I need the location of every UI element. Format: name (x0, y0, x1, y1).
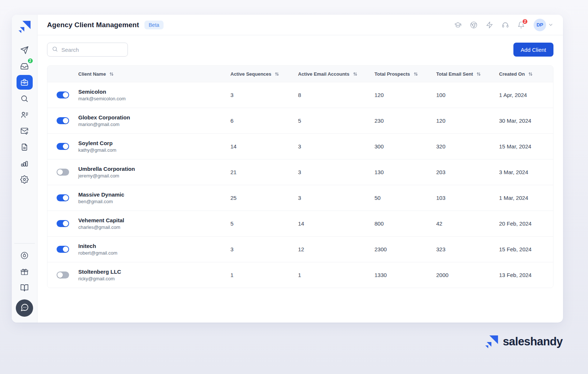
sort-icon (476, 72, 481, 76)
client-name[interactable]: Initech (78, 243, 230, 249)
client-email: ben@gmail.com (78, 199, 230, 204)
gift-icon (20, 267, 29, 276)
client-email: marion@gmail.com (78, 122, 230, 127)
table-row: Initech robert@gmail.com 3 12 2300 323 1… (47, 236, 553, 262)
active-sequences-value: 1 (230, 272, 298, 278)
client-name[interactable]: Massive Dynamic (78, 191, 230, 198)
saleshandy-logo-icon (18, 21, 31, 33)
table-row: Vehement Capital charles@gmail.com 5 14 … (47, 211, 553, 236)
sidebar-item-search[interactable] (17, 91, 33, 106)
chat-icon (20, 303, 29, 313)
sidebar-item-gift[interactable] (17, 264, 33, 279)
column-header-1[interactable]: Active Sequences (230, 71, 298, 77)
sidebar-item-inbox[interactable]: 2 (17, 59, 33, 73)
contacts-icon (20, 111, 29, 119)
client-name[interactable]: Umbrella Corporation (78, 166, 230, 172)
total-email-sent-value: 320 (436, 143, 499, 150)
bar-chart-icon (20, 159, 29, 168)
client-toggle[interactable] (57, 91, 69, 98)
active-email-accounts-value: 3 (298, 169, 374, 175)
chrome-icon[interactable] (470, 21, 478, 29)
notification-count-badge: 2 (522, 18, 528, 25)
client-toggle[interactable] (57, 117, 69, 124)
client-toggle[interactable] (57, 246, 69, 253)
client-email: robert@gmail.com (78, 250, 230, 256)
bell-icon[interactable]: 2 (517, 21, 525, 29)
search-input[interactable] (61, 47, 135, 53)
client-toggle[interactable] (57, 271, 69, 278)
lightning-icon[interactable] (485, 21, 494, 29)
inbox-count-badge: 2 (27, 58, 33, 64)
table-header-row: Client NameActive SequencesActive Email … (47, 66, 553, 82)
total-prospects-value: 1330 (374, 272, 436, 278)
client-name[interactable]: Globex Corporation (78, 114, 230, 121)
sidebar-item-flame[interactable] (17, 248, 33, 263)
client-name[interactable]: Soylent Corp (78, 140, 230, 146)
sidebar-item-document[interactable] (17, 140, 33, 154)
content: Add Client Client NameActive SequencesAc… (37, 35, 563, 288)
client-toggle[interactable] (57, 220, 69, 227)
column-header-4[interactable]: Total Email Sent (436, 71, 499, 77)
active-email-accounts-value: 5 (298, 118, 374, 124)
active-sequences-value: 25 (230, 195, 298, 201)
active-email-accounts-value: 1 (298, 272, 374, 278)
active-email-accounts-value: 14 (298, 220, 374, 227)
created-on-value: 15 Feb, 2024 (499, 246, 553, 252)
client-name[interactable]: Vehement Capital (78, 217, 230, 223)
client-name[interactable]: Stoltenberg LLC (78, 269, 230, 275)
created-on-value: 3 Mar, 2024 (499, 169, 553, 175)
column-header-3[interactable]: Total Prospects (374, 71, 436, 77)
sidebar-item-settings[interactable] (17, 172, 33, 187)
total-prospects-value: 300 (374, 143, 436, 150)
client-toggle[interactable] (57, 143, 69, 150)
avatar[interactable]: DP (534, 19, 546, 31)
client-email: jeremy@gmail.com (78, 173, 230, 179)
clients-table: Client NameActive SequencesActive Email … (47, 65, 553, 288)
column-header-5[interactable]: Created On (499, 71, 553, 77)
profile-menu-button[interactable] (548, 22, 553, 28)
sidebar-item-briefcase[interactable] (17, 75, 33, 90)
sidebar-nav: 2 (17, 43, 33, 187)
main-area: Agency Client Management Beta 2DP Add Cl… (37, 15, 563, 323)
book-icon (20, 284, 29, 292)
column-header-2[interactable]: Active Email Accounts (298, 71, 374, 77)
add-client-button[interactable]: Add Client (513, 43, 553, 57)
search-box[interactable] (47, 43, 128, 57)
client-toggle[interactable] (57, 169, 69, 176)
search-icon (52, 46, 58, 54)
client-email: charles@gmail.com (78, 224, 230, 230)
total-prospects-value: 230 (374, 118, 436, 124)
sidebar-bottom-nav (17, 248, 33, 295)
footer-brand: saleshandy (485, 335, 563, 348)
graduation-cap-icon[interactable] (454, 21, 462, 29)
active-sequences-value: 6 (230, 118, 298, 124)
sort-icon (353, 72, 358, 76)
client-name[interactable]: Semicolon (78, 89, 230, 95)
active-email-accounts-value: 8 (298, 92, 374, 98)
sort-icon (413, 72, 418, 76)
sidebar-divider (14, 243, 35, 244)
active-sequences-value: 21 (230, 169, 298, 175)
sidebar-item-send[interactable] (17, 43, 33, 57)
total-email-sent-value: 42 (436, 220, 499, 227)
sort-icon (275, 72, 279, 76)
sidebar-item-mail-check[interactable] (17, 123, 33, 138)
total-prospects-value: 130 (374, 169, 436, 175)
column-header-0[interactable]: Client Name (78, 71, 230, 77)
client-email: ricky@gmail.com (78, 276, 230, 281)
total-email-sent-value: 120 (436, 118, 499, 124)
chat-button[interactable] (16, 299, 33, 317)
active-email-accounts-value: 3 (298, 143, 374, 150)
headset-icon[interactable] (501, 21, 509, 29)
sidebar-item-contacts[interactable] (17, 107, 33, 122)
sidebar-item-book[interactable] (17, 280, 33, 295)
created-on-value: 20 Feb, 2024 (499, 220, 553, 227)
sidebar-item-bar-chart[interactable] (17, 156, 33, 170)
client-toggle[interactable] (57, 194, 69, 201)
active-sequences-value: 3 (230, 246, 298, 252)
total-prospects-value: 2300 (374, 246, 436, 252)
total-prospects-value: 50 (374, 195, 436, 201)
flame-icon (20, 251, 29, 260)
table-row: Stoltenberg LLC ricky@gmail.com 1 1 1330… (47, 262, 553, 288)
settings-icon (20, 175, 29, 184)
